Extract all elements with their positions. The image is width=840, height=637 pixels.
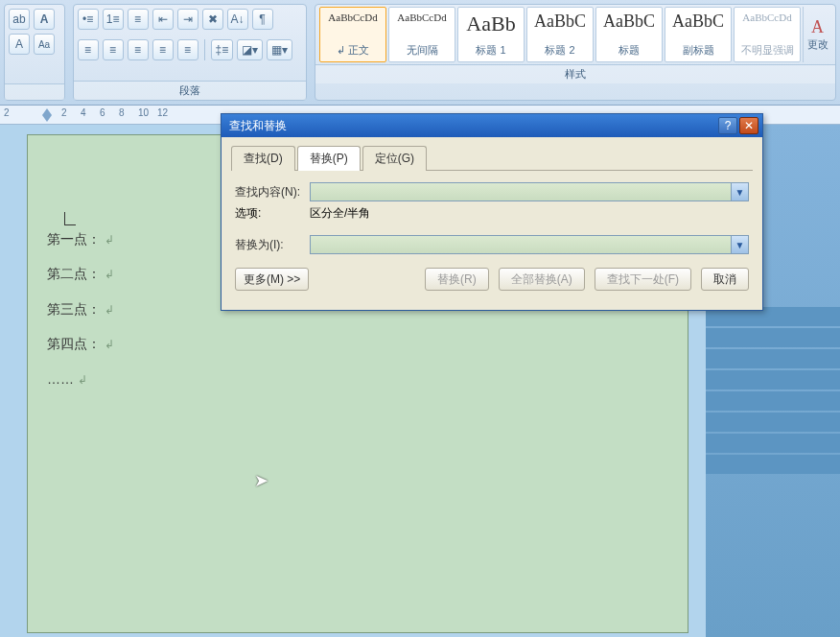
align-justify-button[interactable]: ≡: [152, 39, 174, 60]
vertical-ruler[interactable]: [0, 125, 27, 637]
find-input[interactable]: ▼: [310, 182, 749, 201]
line-text: 第一点：: [47, 231, 101, 247]
more-button[interactable]: 更多(M) >>: [235, 268, 309, 291]
replace-input[interactable]: ▼: [310, 235, 749, 254]
align-distribute-button[interactable]: ≡: [177, 39, 198, 60]
change-styles-icon: A: [811, 17, 824, 37]
ltr-button[interactable]: ✖: [202, 9, 223, 30]
ruler-tick: 2: [4, 107, 10, 118]
chevron-down-icon[interactable]: ▼: [731, 183, 748, 201]
style-item-1[interactable]: AaBbCcDd无间隔: [388, 7, 455, 62]
numbering-button[interactable]: 1≡: [103, 9, 124, 30]
style-preview: AaBbC: [672, 12, 724, 32]
cancel-button[interactable]: 取消: [701, 268, 749, 291]
replace-button[interactable]: 替换(R): [425, 268, 489, 291]
style-item-5[interactable]: AaBbC副标题: [665, 7, 732, 62]
tab-find[interactable]: 查找(D): [231, 146, 295, 171]
char-border-button[interactable]: A: [9, 34, 30, 55]
ruler-tick: 2: [61, 107, 67, 118]
style-item-0[interactable]: AaBbCcDd↲ 正文: [319, 7, 386, 62]
style-label: ↲ 正文: [337, 43, 369, 58]
ruler-tick: 4: [81, 107, 86, 118]
change-styles-button[interactable]: A更改: [803, 7, 831, 62]
find-label: 查找内容(N):: [235, 184, 310, 201]
dialog-titlebar[interactable]: 查找和替换 ? ✕: [222, 114, 762, 137]
paragraph-group-title: 段落: [74, 81, 306, 100]
borders-button[interactable]: ▦▾: [267, 39, 292, 60]
document-line[interactable]: 第四点：↲: [47, 326, 668, 361]
tab-goto[interactable]: 定位(G): [362, 146, 427, 171]
style-label: 标题: [618, 43, 640, 58]
style-label: 不明显强调: [741, 43, 794, 58]
style-preview: AaBbC: [534, 12, 586, 32]
align-center-button[interactable]: ≡: [103, 39, 124, 60]
style-preview: AaBb: [466, 12, 515, 36]
line-text: 第三点：: [47, 301, 101, 317]
style-label: 副标题: [683, 43, 714, 58]
paragraph-mark-icon: ↲: [105, 303, 114, 317]
paragraph-mark-icon: ↲: [105, 268, 114, 281]
separator: [204, 39, 205, 60]
style-label: 标题 1: [476, 43, 505, 58]
style-preview: AaBbCcDd: [742, 12, 791, 23]
styles-group-title: 样式: [315, 64, 835, 83]
aa-button[interactable]: Aa: [34, 34, 55, 55]
styles-gallery: AaBbCcDd↲ 正文AaBbCcDd无间隔AaBb标题 1AaBbC标题 2…: [315, 5, 835, 64]
options-label: 选项:: [235, 205, 310, 222]
sort-button[interactable]: A↓: [227, 9, 248, 30]
ribbon-group-title: [5, 83, 64, 100]
style-item-4[interactable]: AaBbC标题: [595, 7, 663, 62]
text-caret: [64, 212, 76, 225]
paragraph-mark-icon: ↲: [105, 338, 114, 351]
dialog-body: 查找(D) 替换(P) 定位(G) 查找内容(N): ▼ 选项: 区分全/半角 …: [222, 137, 762, 310]
indent-dec-button[interactable]: ⇤: [152, 9, 174, 30]
ribbon-group-paragraph: •≡ 1≡ ≡ ⇤ ⇥ ✖ A↓ ¶ ≡ ≡ ≡ ≡ ≡ ‡≡ ◪▾ ▦▾ 段落: [73, 4, 307, 101]
style-preview: AaBbCcDd: [328, 12, 377, 23]
document-line[interactable]: ……↲: [47, 362, 668, 396]
style-label: 标题 2: [545, 43, 574, 58]
chevron-down-icon[interactable]: ▼: [731, 236, 748, 253]
ruler-tick: 6: [100, 107, 105, 118]
paragraph-mark-icon: ↲: [78, 373, 87, 387]
line-text: 第二点：: [47, 266, 101, 281]
font-box-button[interactable]: A: [34, 9, 55, 30]
find-next-button[interactable]: 查找下一处(F): [595, 268, 691, 291]
highlight-button[interactable]: ab: [9, 9, 30, 30]
ribbon: ab A A Aa •≡ 1≡ ≡ ⇤ ⇥ ✖ A↓ ¶ ≡ ≡ ≡ ≡ ≡ ‡…: [0, 0, 840, 106]
style-item-2[interactable]: AaBb标题 1: [457, 7, 525, 62]
style-item-6[interactable]: AaBbCcDd不明显强调: [734, 7, 801, 62]
ruler-tick: 10: [138, 107, 149, 118]
line-text: ……: [47, 371, 74, 387]
right-stripes: [706, 307, 840, 476]
ribbon-group-styles: AaBbCcDd↲ 正文AaBbCcDd无间隔AaBb标题 1AaBbC标题 2…: [315, 4, 836, 101]
paragraph-mark-icon: ↲: [105, 233, 114, 247]
shading-button[interactable]: ◪▾: [237, 39, 263, 60]
style-preview: AaBbC: [603, 12, 655, 32]
show-marks-button[interactable]: ¶: [252, 9, 273, 30]
hanging-indent-marker[interactable]: [42, 115, 52, 122]
line-spacing-button[interactable]: ‡≡: [211, 39, 234, 60]
style-preview: AaBbCcDd: [397, 12, 446, 23]
ruler-tick: 12: [157, 107, 168, 118]
dialog-help-button[interactable]: ?: [718, 117, 737, 134]
replace-all-button[interactable]: 全部替换(A): [499, 268, 585, 291]
style-item-3[interactable]: AaBbC标题 2: [526, 7, 594, 62]
replace-panel: 查找内容(N): ▼ 选项: 区分全/半角 替换为(I): ▼ 更多(M) >>…: [231, 180, 753, 298]
line-text: 第四点：: [47, 336, 101, 351]
find-replace-dialog: 查找和替换 ? ✕ 查找(D) 替换(P) 定位(G) 查找内容(N): ▼ 选…: [221, 113, 763, 311]
multilevel-button[interactable]: ≡: [128, 9, 149, 30]
ribbon-group-font-fragment: ab A A Aa: [4, 4, 65, 101]
replace-label: 替换为(I):: [235, 237, 310, 253]
dialog-title: 查找和替换: [229, 118, 716, 134]
indent-inc-button[interactable]: ⇥: [177, 9, 198, 30]
bullets-button[interactable]: •≡: [78, 9, 99, 30]
change-styles-label: 更改: [807, 37, 828, 52]
dialog-close-button[interactable]: ✕: [739, 117, 758, 134]
options-value: 区分全/半角: [310, 205, 370, 222]
first-line-indent-marker[interactable]: [42, 108, 52, 115]
ruler-tick: 8: [119, 107, 125, 118]
tab-replace[interactable]: 替换(P): [297, 146, 361, 171]
style-label: 无间隔: [407, 43, 438, 58]
align-right-button[interactable]: ≡: [128, 39, 149, 60]
align-left-button[interactable]: ≡: [78, 39, 99, 60]
